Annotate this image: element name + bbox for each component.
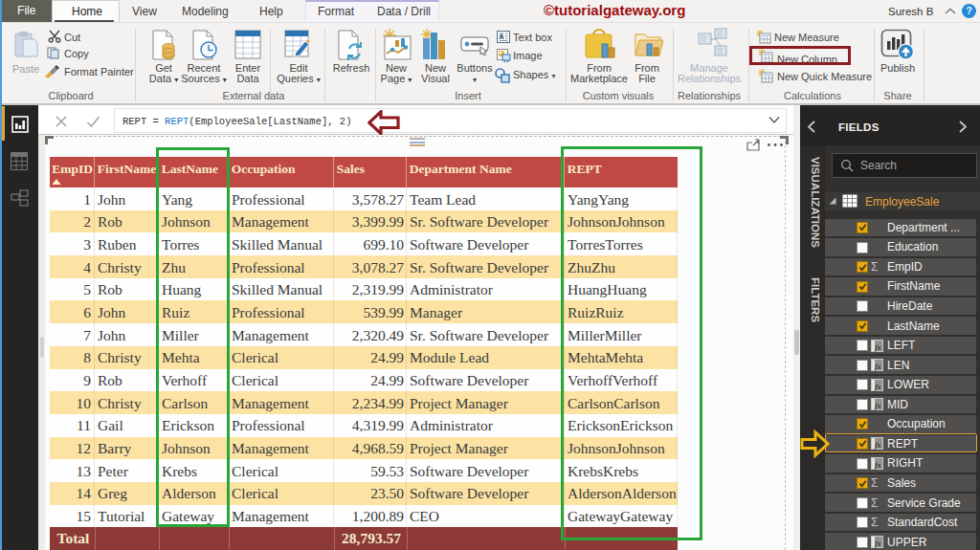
svg-text:fx: fx: [875, 381, 881, 390]
svg-text:fx: fx: [875, 362, 881, 371]
svg-text:fx: fx: [875, 401, 881, 410]
svg-text:fx: fx: [875, 341, 881, 351]
svg-text:fx: fx: [875, 539, 881, 548]
svg-text:fx: fx: [875, 459, 881, 469]
